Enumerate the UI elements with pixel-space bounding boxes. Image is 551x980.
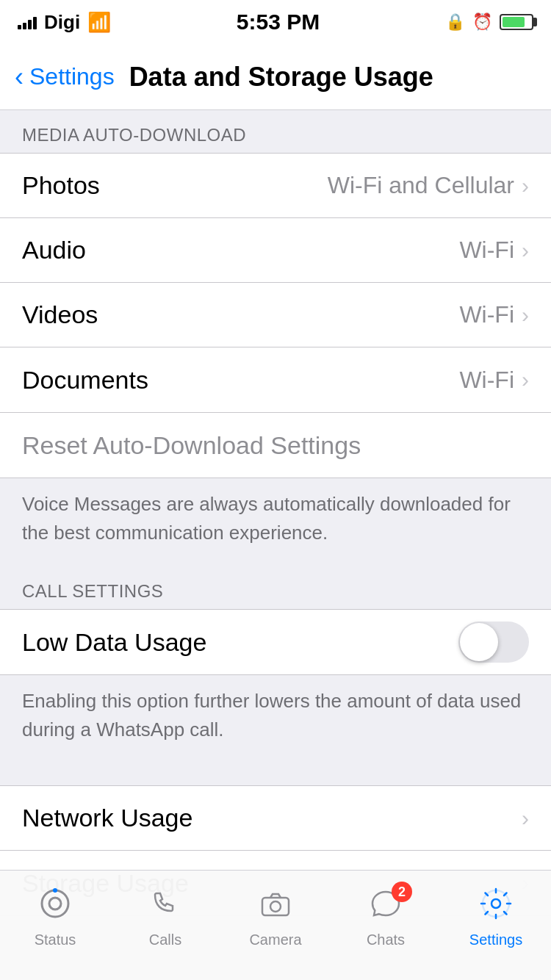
documents-value-row: Wi-Fi › bbox=[459, 367, 529, 394]
tab-settings[interactable]: Settings bbox=[452, 887, 540, 948]
tab-chats-label: Chats bbox=[367, 932, 405, 948]
status-bar: Digi 📶 5:53 PM 🔒 ⏰ bbox=[0, 0, 551, 44]
status-right: 🔒 ⏰ bbox=[445, 12, 533, 32]
tab-status-label: Status bbox=[35, 932, 76, 948]
back-label: Settings bbox=[29, 63, 115, 90]
tab-camera[interactable]: Camera bbox=[231, 887, 320, 948]
audio-row[interactable]: Audio Wi-Fi › bbox=[0, 218, 551, 283]
reset-auto-download-row[interactable]: Reset Auto-Download Settings bbox=[0, 413, 551, 478]
carrier-label: Digi bbox=[44, 11, 80, 34]
spacer-1 bbox=[0, 763, 551, 785]
low-data-usage-toggle[interactable] bbox=[458, 621, 529, 663]
svg-point-4 bbox=[270, 901, 281, 912]
status-left: Digi 📶 bbox=[18, 11, 111, 34]
photos-chevron-icon: › bbox=[522, 173, 529, 198]
audio-value-row: Wi-Fi › bbox=[459, 237, 529, 264]
media-auto-download-list: Photos Wi-Fi and Cellular › Audio Wi-Fi … bbox=[0, 153, 551, 413]
documents-value: Wi-Fi bbox=[459, 367, 514, 394]
photos-label: Photos bbox=[22, 171, 100, 200]
svg-point-5 bbox=[491, 899, 500, 908]
wifi-icon: 📶 bbox=[87, 11, 111, 34]
tab-calls-label: Calls bbox=[149, 932, 181, 948]
photos-value-row: Wi-Fi and Cellular › bbox=[328, 172, 529, 199]
network-usage-chevron-icon: › bbox=[522, 806, 529, 831]
documents-row[interactable]: Documents Wi-Fi › bbox=[0, 347, 551, 412]
videos-value-row: Wi-Fi › bbox=[459, 301, 529, 328]
documents-label: Documents bbox=[22, 366, 148, 394]
audio-chevron-icon: › bbox=[522, 238, 529, 263]
signal-icon bbox=[18, 15, 37, 29]
battery-icon bbox=[500, 14, 533, 30]
videos-value: Wi-Fi bbox=[459, 301, 514, 328]
videos-chevron-icon: › bbox=[522, 303, 529, 328]
audio-value: Wi-Fi bbox=[459, 237, 514, 264]
tab-calls[interactable]: Calls bbox=[121, 887, 209, 948]
toggle-knob bbox=[460, 623, 498, 661]
call-settings-header: CALL SETTINGS bbox=[0, 566, 551, 609]
tab-settings-label: Settings bbox=[469, 932, 522, 948]
low-data-usage-label: Low Data Usage bbox=[22, 628, 206, 657]
settings-icon bbox=[480, 887, 512, 927]
network-usage-value-row: › bbox=[522, 806, 529, 831]
navigation-bar: ‹ Settings Data and Storage Usage bbox=[0, 44, 551, 110]
tab-bar: Status Calls Camera 2 Chats bbox=[0, 870, 551, 980]
svg-point-0 bbox=[42, 890, 68, 917]
chats-badge: 2 bbox=[392, 882, 412, 902]
back-button[interactable]: ‹ Settings bbox=[15, 62, 115, 93]
low-data-usage-row[interactable]: Low Data Usage bbox=[0, 610, 551, 674]
status-time: 5:53 PM bbox=[237, 10, 320, 35]
media-auto-download-header: MEDIA AUTO-DOWNLOAD bbox=[0, 110, 551, 153]
network-usage-row[interactable]: Network Usage › bbox=[0, 786, 551, 851]
alarm-icon: ⏰ bbox=[472, 12, 492, 32]
svg-rect-3 bbox=[262, 898, 289, 915]
documents-chevron-icon: › bbox=[522, 367, 529, 392]
lock-icon: 🔒 bbox=[445, 12, 465, 32]
tab-status[interactable]: Status bbox=[11, 887, 99, 948]
network-usage-label: Network Usage bbox=[22, 804, 192, 832]
camera-icon bbox=[259, 887, 292, 927]
back-chevron-icon: ‹ bbox=[15, 62, 24, 93]
page-title: Data and Storage Usage bbox=[129, 62, 433, 93]
calls-icon bbox=[149, 887, 181, 927]
reset-auto-download-group: Reset Auto-Download Settings bbox=[0, 413, 551, 478]
videos-label: Videos bbox=[22, 300, 98, 329]
media-footer-note: Voice Messages are always automatically … bbox=[0, 478, 551, 566]
status-icon bbox=[39, 887, 71, 927]
svg-point-1 bbox=[49, 898, 61, 909]
videos-row[interactable]: Videos Wi-Fi › bbox=[0, 283, 551, 347]
call-settings-list: Low Data Usage bbox=[0, 609, 551, 675]
call-settings-footer-note: Enabling this option further lowers the … bbox=[0, 675, 551, 763]
svg-point-2 bbox=[53, 888, 57, 893]
audio-label: Audio bbox=[22, 236, 86, 264]
photos-value: Wi-Fi and Cellular bbox=[328, 172, 514, 199]
tab-camera-label: Camera bbox=[249, 932, 301, 948]
photos-row[interactable]: Photos Wi-Fi and Cellular › bbox=[0, 154, 551, 218]
reset-label: Reset Auto-Download Settings bbox=[22, 431, 361, 460]
chats-icon: 2 bbox=[370, 887, 402, 927]
tab-chats[interactable]: 2 Chats bbox=[342, 887, 430, 948]
